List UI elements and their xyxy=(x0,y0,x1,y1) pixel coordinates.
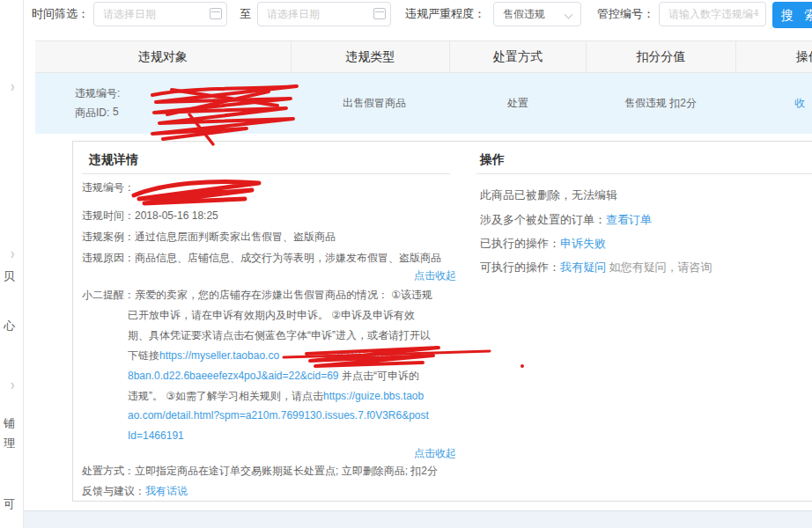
detail-method-line: 处置方式：立即指定商品在途订单交易账期延长处置点; 立即删除商品; 扣2分 xyxy=(82,464,456,479)
reminder-line-2: 已开放申诉，请在申诉有效期内及时申诉。 ②申诉及申诉有效 xyxy=(82,308,456,323)
sidebar: › › 贝 心 › 铺 理 可 xyxy=(0,0,24,528)
time-filter-label: 时间筛选： xyxy=(32,2,89,26)
rules-url-link[interactable]: https://guize.bbs.taob xyxy=(323,390,424,402)
severity-filter-label: 违规严重程度： xyxy=(405,2,485,26)
red-dot-annotation xyxy=(520,364,524,368)
row-points: 售假违规 扣2分 xyxy=(624,73,697,134)
detail-violation-number: 违规编号： xyxy=(82,180,456,195)
reminder-line-3: 期、具体凭证要求请点击右侧蓝色字体“申诉”进入，或者请打开以 xyxy=(82,328,456,343)
feedback-link[interactable]: 我有话说 xyxy=(145,485,188,497)
view-orders-link[interactable]: 查看订单 xyxy=(606,213,652,226)
appeal-url-obscured: a212—20170 xyxy=(337,349,401,362)
column-header-points: 扣分分值 xyxy=(586,41,735,72)
appeal-failed-link[interactable]: 申诉失败 xyxy=(560,237,606,250)
reminder-line-6: 违规”。 ③如需了解学习相关规则，请点击https://guize.bbs.ta… xyxy=(82,389,456,404)
sidebar-item-fragment[interactable]: 贝 xyxy=(4,268,15,284)
control-number-label: 管控编号： xyxy=(597,2,654,26)
sidebar-item-fragment[interactable]: 理 xyxy=(4,436,15,451)
severity-select[interactable]: 售假违规 xyxy=(493,2,581,26)
appeal-url-link[interactable]: https://myseller.taobao.co xyxy=(159,349,279,362)
divider xyxy=(82,173,450,174)
severity-select-value: 售假违规 xyxy=(503,8,545,20)
rules-url-link[interactable]: ao.com/detail.html?spm=a210m.7699130.iss… xyxy=(128,409,429,422)
chevron-down-icon xyxy=(565,11,573,19)
row-violation-number: 违规编号: xyxy=(75,86,120,101)
column-header-object: 违规对象 xyxy=(35,41,291,72)
violation-management-page: › › 贝 心 › 铺 理 可 时间筛选： 至 违规严重程度： 售假违规 管控编… xyxy=(0,0,812,528)
chevron-right-icon[interactable]: › xyxy=(11,375,14,393)
column-header-method: 处置方式 xyxy=(449,41,586,72)
detail-violation-time: 违规时间：2018-05-16 18:25 xyxy=(82,209,456,224)
collapse-detail-link-2[interactable]: 点击收起 xyxy=(414,447,456,459)
operations-section-title: 操作 xyxy=(480,152,505,168)
op-available-line: 可执行的操作：我有疑问 如您有疑问，请咨询 xyxy=(480,260,812,275)
sidebar-item-fragment[interactable]: 可 xyxy=(4,496,15,512)
detail-section-title: 违规详情 xyxy=(89,152,138,168)
row-violation-type: 出售假冒商品 xyxy=(343,73,406,134)
row-item-id-value: 5 xyxy=(113,106,119,118)
detail-violation-case: 违规案例：通过信息层面判断卖家出售假冒、盗版商品 xyxy=(82,230,456,245)
rules-url-link[interactable]: Id=1466191 xyxy=(128,429,184,442)
reminder-line-8: Id=1466191 xyxy=(82,429,456,442)
appeal-url-link[interactable]: 8ban.0.d22.6baeeefezx4poJ&aid=22&cid=69 xyxy=(128,370,339,382)
page-bottom-band xyxy=(24,510,812,528)
violation-table-header: 违规对象 违规类型 处置方式 扣分分值 操作 xyxy=(35,40,812,73)
end-date-input[interactable] xyxy=(257,2,391,26)
to-label: 至 xyxy=(240,2,251,26)
detail-feedback-line: 反馈与建议：我有话说 xyxy=(82,484,456,499)
calendar-icon[interactable] xyxy=(373,8,386,19)
row-item-id-label: 商品ID: xyxy=(75,106,109,121)
op-deleted-notice: 此商品已被删除，无法编辑 xyxy=(480,187,812,203)
chevron-right-icon[interactable]: › xyxy=(11,244,14,262)
sidebar-item-fragment[interactable]: 铺 xyxy=(4,415,15,431)
column-header-actions: 操作 xyxy=(735,41,812,72)
calendar-icon[interactable] xyxy=(210,8,222,19)
search-button[interactable]: 搜 索 xyxy=(772,2,812,28)
reminder-line-7: ao.com/detail.html?spm=a210m.7699130.iss… xyxy=(82,409,456,422)
reminder-line-1: 小二提醒：亲爱的卖家，您的店铺存在涉嫌出售假冒商品的情况： ①该违规 xyxy=(82,288,456,303)
violation-detail-card: 违规详情 违规编号： 违规时间：2018-05-16 18:25 违规案例：通过… xyxy=(72,141,812,502)
have-question-link[interactable]: 我有疑问 xyxy=(560,260,606,274)
collapse-detail-link-1[interactable]: 点击收起 xyxy=(414,269,456,282)
detail-violation-reason: 违规原因：商品信息、店铺信息、成交行为等表明，涉嫌发布假冒、盗版商品 xyxy=(82,251,456,266)
reminder-label: 小二提醒： xyxy=(82,289,135,301)
reminder-line-4: 下链接https://myseller.taobao.coa212—20170 xyxy=(82,348,456,363)
row-handle-method: 处置 xyxy=(507,73,528,134)
column-header-type: 违规类型 xyxy=(291,41,449,72)
reminder-line-5: 8ban.0.d22.6baeeefezx4poJ&aid=22&cid=69 … xyxy=(82,369,456,384)
chevron-right-icon[interactable]: › xyxy=(11,77,14,95)
collapse-row-link[interactable]: 收起 xyxy=(794,73,806,134)
divider xyxy=(476,173,812,174)
sidebar-item-fragment[interactable]: 心 xyxy=(4,319,15,334)
op-executed-line: 已执行的操作：申诉失败 xyxy=(480,236,812,252)
violation-row[interactable]: 违规编号: 商品ID: 5 出售假冒商品 处置 售假违规 扣2分 收起 xyxy=(35,73,812,134)
control-number-input[interactable] xyxy=(659,2,766,26)
op-orders-line: 涉及多个被处置的订单：查看订单 xyxy=(480,212,812,228)
start-date-input[interactable] xyxy=(93,2,227,26)
